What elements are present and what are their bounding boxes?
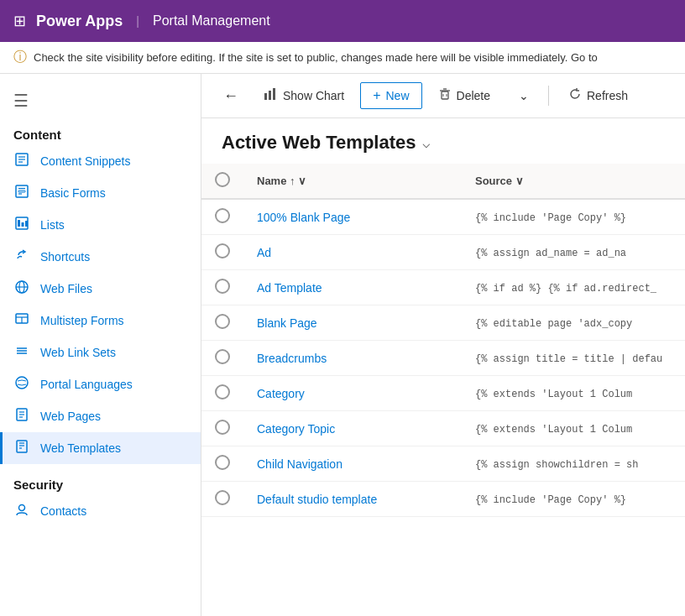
- header-checkbox[interactable]: [215, 172, 230, 187]
- sidebar-item-label: Multistep Forms: [40, 314, 124, 327]
- sidebar-content-section-title: Content: [0, 121, 201, 145]
- sidebar-item-label: Contacts: [40, 504, 86, 518]
- sidebar-item-web-link-sets[interactable]: Web Link Sets: [0, 337, 201, 368]
- sidebar-item-shortcuts[interactable]: Shortcuts: [0, 241, 201, 273]
- source-cell: {% assign title = title | defau: [462, 341, 685, 376]
- sidebar-item-label: Portal Languages: [40, 378, 133, 391]
- page-title-chevron-icon[interactable]: ⌵: [422, 135, 431, 151]
- sidebar-item-label: Lists: [40, 218, 65, 232]
- source-value: {% assign ad_name = ad_na: [475, 248, 626, 259]
- source-filter-icon[interactable]: ∨: [515, 175, 524, 187]
- record-name-link[interactable]: Blank Page: [257, 316, 317, 330]
- sidebar-item-content-snippets[interactable]: Content Snippets: [0, 145, 201, 177]
- delete-button[interactable]: Delete: [426, 81, 503, 110]
- row-checkbox[interactable]: [215, 314, 230, 329]
- record-name-link[interactable]: Breadcrumbs: [257, 352, 327, 365]
- dropdown-button[interactable]: ⌄: [506, 83, 541, 108]
- record-name-link[interactable]: 100% Blank Page: [257, 211, 350, 224]
- record-name-link[interactable]: Category Topic: [257, 422, 335, 436]
- row-checkbox-cell[interactable]: [201, 446, 243, 482]
- sidebar-item-web-pages[interactable]: Web Pages: [0, 400, 201, 432]
- record-name-cell: Blank Page: [243, 305, 462, 341]
- page-title-bar: Active Web Templates ⌵: [201, 118, 685, 164]
- table-row: Category Topic{% extends 'Layout 1 Colum: [201, 411, 685, 446]
- sidebar-item-lists[interactable]: Lists: [0, 209, 201, 241]
- sidebar: ☰ Content Content Snippets Basic Forms L…: [0, 74, 201, 616]
- back-button[interactable]: ←: [215, 82, 247, 110]
- svg-point-30: [19, 505, 25, 511]
- row-checkbox[interactable]: [215, 349, 230, 364]
- shortcuts-icon: [13, 248, 30, 266]
- sidebar-item-contacts[interactable]: Contacts: [0, 495, 201, 527]
- web-files-icon: [13, 279, 30, 298]
- show-chart-button[interactable]: Show Chart: [250, 81, 357, 111]
- record-name-link[interactable]: Category: [257, 387, 305, 400]
- record-name-cell: Category Topic: [243, 411, 462, 446]
- sidebar-item-web-templates[interactable]: Web Templates: [0, 432, 201, 464]
- svg-rect-32: [269, 91, 271, 100]
- refresh-button[interactable]: Refresh: [556, 81, 641, 110]
- record-name-cell: Default studio template: [243, 482, 462, 517]
- record-name-cell: Child Navigation: [243, 446, 462, 482]
- sidebar-item-label: Web Templates: [40, 441, 121, 455]
- warning-icon: ⓘ: [13, 49, 27, 66]
- source-cell: {% assign showchildren = sh: [462, 446, 685, 482]
- name-column-header[interactable]: Name ↑ ∨: [243, 164, 462, 199]
- row-checkbox-cell[interactable]: [201, 376, 243, 411]
- source-cell: {% include 'Page Copy' %}: [462, 482, 685, 517]
- svg-rect-34: [264, 87, 277, 88]
- svg-rect-10: [22, 222, 24, 227]
- table-row: 100% Blank Page{% include 'Page Copy' %}: [201, 199, 685, 235]
- sidebar-item-web-files[interactable]: Web Files: [0, 273, 201, 305]
- svg-rect-31: [264, 93, 267, 100]
- record-name-cell: Ad Template: [243, 270, 462, 305]
- row-checkbox-cell[interactable]: [201, 235, 243, 270]
- row-checkbox-cell[interactable]: [201, 305, 243, 341]
- source-cell: {% if ad %} {% if ad.redirect_: [462, 270, 685, 305]
- hamburger-menu-icon[interactable]: ☰: [0, 81, 201, 121]
- row-checkbox-cell[interactable]: [201, 411, 243, 446]
- web-templates-icon: [13, 439, 30, 457]
- row-checkbox[interactable]: [215, 279, 230, 294]
- record-name-cell: 100% Blank Page: [243, 199, 462, 235]
- row-checkbox-cell[interactable]: [201, 270, 243, 305]
- page-title: Active Web Templates: [222, 132, 416, 154]
- record-name-link[interactable]: Ad Template: [257, 281, 322, 295]
- record-name-link[interactable]: Child Navigation: [257, 457, 342, 471]
- row-checkbox-cell[interactable]: [201, 341, 243, 376]
- row-checkbox[interactable]: [215, 420, 230, 435]
- row-checkbox[interactable]: [215, 455, 230, 470]
- row-checkbox[interactable]: [215, 490, 230, 505]
- refresh-label: Refresh: [587, 89, 628, 102]
- new-button[interactable]: + New: [360, 82, 421, 109]
- sidebar-item-label: Basic Forms: [40, 186, 106, 200]
- grid-icon: ⊞: [13, 12, 26, 30]
- row-checkbox[interactable]: [215, 243, 230, 258]
- sort-filter-icon[interactable]: ∨: [298, 175, 306, 187]
- table-row: Breadcrumbs{% assign title = title | def…: [201, 341, 685, 376]
- data-table: Name ↑ ∨ Source ∨ 100% Blank Page{% incl…: [201, 164, 685, 517]
- sidebar-item-basic-forms[interactable]: Basic Forms: [0, 177, 201, 209]
- sidebar-item-portal-languages[interactable]: Portal Languages: [0, 368, 201, 400]
- refresh-icon: [568, 87, 582, 104]
- new-label: New: [386, 89, 410, 102]
- dropdown-chevron-icon: ⌄: [519, 89, 529, 102]
- source-column-header[interactable]: Source ∨: [462, 164, 685, 199]
- name-column-label: Name: [257, 175, 286, 187]
- row-checkbox-cell[interactable]: [201, 482, 243, 517]
- source-cell: {% extends 'Layout 1 Colum: [462, 376, 685, 411]
- basic-forms-icon: [13, 184, 30, 202]
- record-name-link[interactable]: Default studio template: [257, 493, 377, 506]
- row-checkbox[interactable]: [215, 384, 230, 399]
- row-checkbox-cell[interactable]: [201, 199, 243, 235]
- record-name-cell: Breadcrumbs: [243, 341, 462, 376]
- sidebar-security-section-title: Security: [0, 464, 201, 495]
- delete-label: Delete: [457, 89, 490, 102]
- sidebar-item-multistep-forms[interactable]: Multistep Forms: [0, 305, 201, 337]
- svg-point-21: [16, 377, 28, 389]
- delete-icon: [438, 87, 452, 104]
- header-divider: |: [136, 14, 139, 28]
- contacts-icon: [13, 502, 30, 520]
- row-checkbox[interactable]: [215, 208, 230, 223]
- record-name-link[interactable]: Ad: [257, 246, 271, 259]
